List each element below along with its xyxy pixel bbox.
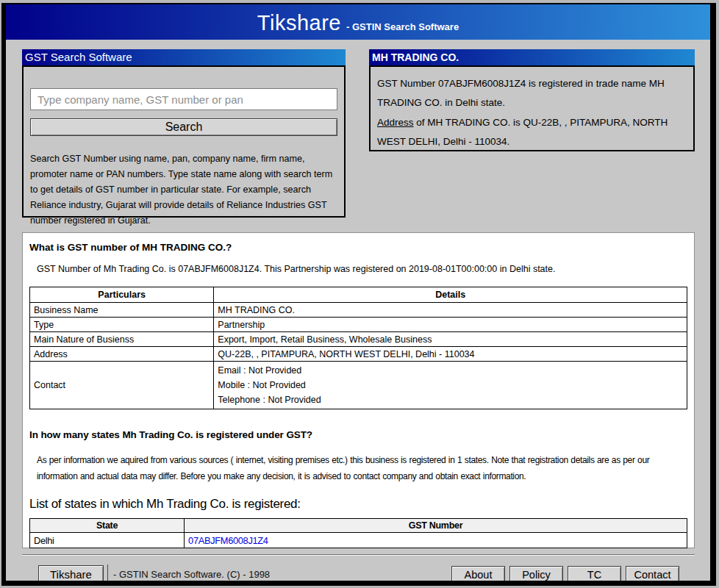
table-row: Main Nature of Busienss Export, Import, …: [30, 332, 687, 347]
gst-number-link[interactable]: 07ABJFM6008J1Z4: [188, 535, 268, 546]
row-value: Export, Import, Retail Business, Wholesa…: [214, 332, 687, 347]
contact-button[interactable]: Contact: [626, 566, 679, 583]
company-address-text: Address of MH TRADING CO. is QU-22B, , P…: [377, 113, 687, 151]
search-input[interactable]: [30, 88, 337, 110]
footer: Tikshare - GSTIN Search Software. (C) - …: [22, 556, 695, 584]
company-panel: MH TRADING CO. GST Number 07ABJFM6008J1Z…: [369, 49, 695, 151]
states-summary-text: As per information we aquired from vario…: [37, 452, 687, 484]
address-value: of MH TRADING CO. is QU-22B, , PITAMPURA…: [377, 117, 668, 147]
table-row: Business Name MH TRADING CO.: [30, 303, 687, 318]
about-button[interactable]: About: [451, 566, 505, 583]
search-help-text: Search GST Number using name, pan, compa…: [30, 151, 337, 229]
table-row: Type Partnership: [30, 318, 687, 332]
tikshare-button[interactable]: Tikshare: [38, 565, 104, 584]
company-panel-body: GST Number 07ABJFM6008J1Z4 is registered…: [369, 65, 695, 151]
column-header-particulars: Particulars: [30, 287, 214, 303]
states-table: State GST Number Delhi 07ABJFM6008J1Z4: [29, 518, 687, 548]
contact-mobile: Mobile : Not Provided: [218, 378, 683, 392]
states-list-heading: List of states in which Mh Trading Co. i…: [29, 497, 687, 512]
states-table-row: Delhi 07ABJFM6008J1Z4: [30, 533, 687, 548]
row-label: Main Nature of Busienss: [30, 332, 214, 347]
policy-button[interactable]: Policy: [509, 566, 563, 583]
app-title: Tikshare: [257, 11, 341, 35]
column-header-details: Details: [214, 287, 687, 303]
gst-summary-text: GST Number of Mh Trading Co. is 07ABJFM6…: [37, 264, 687, 274]
table-row: Address QU-22B, , PITAMPURA, NORTH WEST …: [30, 347, 687, 362]
states-table-header-row: State GST Number: [30, 519, 687, 533]
address-label: Address: [377, 117, 414, 128]
row-value: Partnership: [214, 318, 687, 332]
details-table: Particulars Details Business Name MH TRA…: [29, 287, 687, 409]
company-panel-header: MH TRADING CO.: [369, 49, 695, 65]
search-panel: GST Search Software Search Search GST Nu…: [22, 49, 346, 218]
contact-email: Email : Not Provided: [218, 363, 683, 378]
details-table-header-row: Particulars Details: [30, 287, 687, 303]
page-frame: Tikshare - GSTIN Search Software GST Sea…: [1, 3, 716, 586]
row-label: Business Name: [30, 303, 214, 318]
footer-nav-group: About Policy TC Contact: [451, 566, 679, 583]
table-row-contact: Contact Email : Not Provided Mobile : No…: [30, 362, 687, 409]
tc-button[interactable]: TC: [568, 566, 621, 583]
company-registration-text: GST Number 07ABJFM6008J1Z4 is registered…: [377, 74, 687, 112]
row-label: Address: [30, 347, 214, 362]
contact-telephone: Telephone : Not Provided: [218, 392, 683, 407]
row-label: Contact: [30, 362, 214, 409]
contact-values: Email : Not Provided Mobile : Not Provid…: [214, 362, 687, 409]
column-header-state: State: [30, 519, 185, 533]
search-button[interactable]: Search: [30, 118, 337, 136]
search-panel-header: GST Search Software: [22, 49, 346, 65]
row-value: MH TRADING CO.: [214, 303, 687, 318]
row-value: QU-22B, , PITAMPURA, NORTH WEST DELHI, D…: [214, 347, 687, 362]
app-subtitle: - GSTIN Search Software: [346, 21, 459, 32]
column-header-gst-number: GST Number: [185, 519, 687, 533]
row-label: Type: [30, 318, 214, 332]
details-section: What is GST number of MH TRADING CO.? GS…: [22, 232, 695, 548]
state-name: Delhi: [30, 533, 185, 548]
copyright-text: - GSTIN Search Software. (C) - 1998: [113, 569, 270, 580]
footer-separator: [107, 564, 108, 584]
states-question-heading: In how many states Mh Trading Co. is reg…: [29, 429, 687, 440]
app-header: Tikshare - GSTIN Search Software: [6, 4, 710, 40]
gst-question-heading: What is GST number of MH TRADING CO.?: [29, 242, 687, 253]
top-panels: GST Search Software Search Search GST Nu…: [22, 49, 695, 218]
content-area: GST Search Software Search Search GST Nu…: [6, 40, 710, 584]
search-panel-body: Search Search GST Number using name, pan…: [22, 65, 346, 218]
footer-brand-group: Tikshare - GSTIN Search Software. (C) - …: [38, 564, 270, 584]
